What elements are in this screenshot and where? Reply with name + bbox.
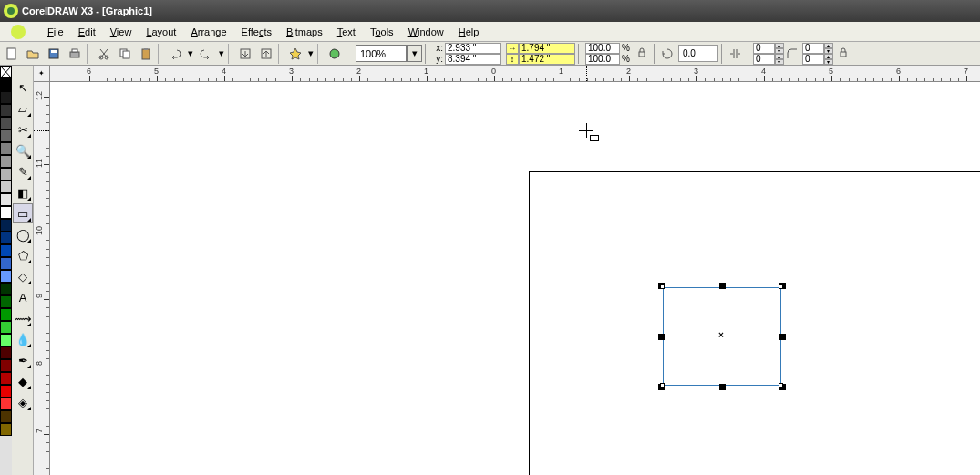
color-swatch[interactable]	[0, 219, 12, 232]
vertical-ruler[interactable]: 121110987	[34, 82, 50, 475]
corner-tl-input[interactable]: 0	[753, 43, 775, 54]
interactive-blend-tool[interactable]: ⟿	[13, 308, 33, 328]
corner-node[interactable]	[660, 383, 665, 387]
ellipse-tool[interactable]: ◯	[13, 224, 33, 244]
selection-handle[interactable]	[719, 384, 726, 390]
menu-file[interactable]: File	[40, 24, 71, 40]
color-swatch[interactable]	[0, 78, 12, 91]
cut-button[interactable]	[94, 44, 114, 64]
color-swatch[interactable]	[0, 321, 12, 334]
menu-arrange[interactable]: Arrange	[183, 24, 233, 40]
export-button[interactable]	[256, 44, 276, 64]
y-position-input[interactable]	[445, 54, 501, 65]
height-input[interactable]	[519, 54, 575, 65]
color-swatch[interactable]	[0, 398, 12, 410]
color-swatch[interactable]	[0, 155, 12, 168]
corner-node[interactable]	[660, 284, 665, 289]
interactive-fill-tool[interactable]: ◈	[13, 392, 33, 412]
selection-center[interactable]: ×	[718, 330, 724, 340]
crop-tool[interactable]: ✂	[13, 119, 33, 139]
color-swatch[interactable]	[0, 257, 12, 270]
redo-button[interactable]	[196, 44, 216, 64]
color-swatch[interactable]	[0, 244, 12, 257]
spin-down[interactable]: ▾	[824, 59, 833, 65]
width-input[interactable]	[519, 43, 575, 54]
zoom-dropdown[interactable]: ▾	[407, 45, 422, 62]
print-button[interactable]	[65, 44, 85, 64]
open-button[interactable]	[23, 44, 43, 64]
lock-corners-button[interactable]	[834, 44, 852, 64]
corner-br-input[interactable]: 0	[802, 54, 824, 65]
canvas-area[interactable]: ✦ 65432101234567 121110987 ×	[34, 66, 980, 475]
color-swatch[interactable]	[0, 423, 12, 436]
color-swatch[interactable]	[0, 129, 12, 142]
ruler-origin[interactable]: ✦	[34, 66, 50, 82]
smart-fill-tool[interactable]: ◧	[13, 182, 33, 202]
color-swatch[interactable]	[0, 372, 12, 385]
color-swatch[interactable]	[0, 334, 12, 346]
eyedropper-tool[interactable]: 💧	[13, 329, 33, 349]
mirror-h-button[interactable]	[725, 44, 745, 64]
selection-handle[interactable]	[719, 283, 726, 289]
color-swatch[interactable]	[0, 359, 12, 372]
color-swatch[interactable]	[0, 206, 12, 219]
undo-button[interactable]	[165, 44, 185, 64]
color-swatch[interactable]	[0, 181, 12, 193]
menu-bitmaps[interactable]: Bitmaps	[279, 24, 330, 40]
rotation-input[interactable]	[678, 45, 718, 62]
color-swatch[interactable]	[0, 385, 12, 398]
color-swatch[interactable]	[0, 142, 12, 155]
menu-tools[interactable]: Tools	[363, 24, 401, 40]
new-button[interactable]	[2, 44, 22, 64]
menu-text[interactable]: Text	[330, 24, 363, 40]
undo-dropdown[interactable]: ▾	[186, 44, 195, 64]
menu-edit[interactable]: Edit	[71, 24, 103, 40]
corner-bl-input[interactable]: 0	[753, 54, 775, 65]
selection-handle[interactable]	[779, 334, 786, 340]
zoom-tool[interactable]: 🔍	[13, 140, 33, 160]
menu-view[interactable]: View	[103, 24, 139, 40]
basic-shapes-tool[interactable]: ◇	[13, 266, 33, 286]
color-swatch[interactable]	[0, 104, 12, 117]
corel-online-button[interactable]	[325, 44, 345, 64]
app-launcher-dropdown[interactable]: ▾	[306, 44, 315, 64]
toolbox-handle[interactable]	[13, 69, 33, 77]
fill-tool[interactable]: ◆	[13, 371, 33, 391]
x-position-input[interactable]	[445, 43, 501, 54]
color-swatch[interactable]	[0, 295, 12, 308]
color-swatch[interactable]	[0, 193, 12, 206]
no-color-swatch[interactable]	[0, 66, 12, 78]
color-swatch[interactable]	[0, 270, 12, 283]
color-swatch[interactable]	[0, 283, 12, 295]
scale-x-input[interactable]	[585, 43, 620, 54]
pick-tool[interactable]: ↖	[13, 77, 33, 98]
redo-dropdown[interactable]: ▾	[217, 44, 226, 64]
horizontal-ruler[interactable]: 65432101234567	[50, 66, 980, 82]
copy-button[interactable]	[115, 44, 135, 64]
rectangle-tool[interactable]: ▭	[13, 203, 33, 223]
color-swatch[interactable]	[0, 308, 12, 321]
corner-node[interactable]	[779, 284, 783, 289]
selection-handle[interactable]	[658, 334, 665, 340]
color-swatch[interactable]	[0, 168, 12, 181]
app-launcher-button[interactable]	[285, 44, 305, 64]
lock-ratio-button[interactable]	[633, 44, 651, 64]
save-button[interactable]	[44, 44, 64, 64]
spin-down[interactable]: ▾	[775, 59, 784, 65]
outline-tool[interactable]: ✒	[13, 350, 33, 370]
color-swatch[interactable]	[0, 346, 12, 359]
corner-node[interactable]	[779, 383, 783, 387]
freehand-tool[interactable]: ✎	[13, 161, 33, 181]
menu-effects[interactable]: Effects	[234, 24, 279, 40]
import-button[interactable]	[235, 44, 255, 64]
corner-tr-input[interactable]: 0	[802, 43, 824, 54]
shape-tool[interactable]: ▱	[13, 98, 33, 119]
menu-layout[interactable]: Layout	[139, 24, 183, 40]
scale-y-input[interactable]	[585, 54, 620, 65]
app-menu-icon[interactable]	[11, 25, 26, 39]
menu-help[interactable]: Help	[451, 24, 487, 40]
text-tool[interactable]: A	[13, 287, 33, 307]
drawing-canvas[interactable]: ×	[50, 82, 980, 475]
paste-button[interactable]	[136, 44, 156, 64]
menu-window[interactable]: Window	[401, 24, 451, 40]
